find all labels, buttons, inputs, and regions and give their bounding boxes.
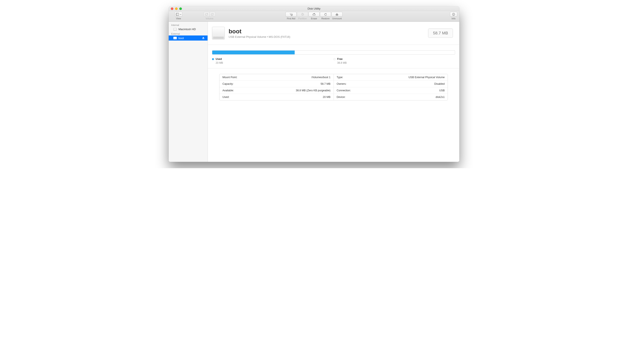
disk-icon <box>173 37 177 39</box>
toolbar: View Volume First Aid <box>169 11 459 22</box>
volume-size-button[interactable]: 58.7 MB <box>428 28 453 38</box>
stethoscope-icon <box>289 13 293 16</box>
titlebar: Disk Utility <box>169 6 459 11</box>
erase-icon <box>312 13 316 16</box>
legend-used-value: 20 MB <box>216 61 333 64</box>
legend-free-label: Free <box>337 58 342 61</box>
erase-label: Erase <box>311 17 317 20</box>
details-left: Mount Point:/Volumes/boot 1 Capacity:58.… <box>220 74 334 100</box>
detail-row-device: Device:disk2s1 <box>334 94 448 100</box>
info-button[interactable] <box>450 12 457 16</box>
toolbar-view-group: View <box>171 12 186 20</box>
sidebar-layout-icon <box>176 13 179 16</box>
usage-section: Used 20 MB Free 38.8 MB <box>208 45 459 68</box>
legend-dot-used <box>212 58 214 60</box>
disk-utility-window: Disk Utility View Volume <box>169 6 459 162</box>
legend-free: Free 38.8 MB <box>333 58 455 64</box>
svg-rect-10 <box>453 14 454 15</box>
view-label: View <box>176 17 181 20</box>
erase-button[interactable] <box>309 12 319 16</box>
usage-legend: Used 20 MB Free 38.8 MB <box>212 58 455 64</box>
details-right: Type:USB External Physical Volume Owners… <box>334 74 448 100</box>
detail-row-connection: Connection:USB <box>334 87 448 94</box>
volume-label: Volume <box>206 17 214 20</box>
sidebar-external-header: External <box>169 32 208 35</box>
toolbar-volume-group: Volume <box>201 12 218 20</box>
sidebar-item-label: Macintosh HD <box>178 28 196 31</box>
partition-button <box>297 12 308 16</box>
disk-icon <box>173 28 177 31</box>
eject-button[interactable] <box>202 36 205 40</box>
legend-free-value: 38.8 MB <box>337 61 455 64</box>
svg-rect-0 <box>176 13 179 15</box>
add-volume-button <box>204 12 210 16</box>
sidebar-item-label: boot <box>178 37 184 40</box>
remove-volume-button <box>210 12 215 16</box>
legend-used-label: Used <box>216 58 222 61</box>
volume-subtitle: USB External Physical Volume • MS-DOS (F… <box>229 35 290 38</box>
restore-label: Restore <box>321 17 330 20</box>
eject-icon <box>202 37 205 39</box>
svg-point-4 <box>292 14 292 15</box>
detail-row-type: Type:USB External Physical Volume <box>334 74 448 81</box>
svg-rect-3 <box>211 13 213 15</box>
chevron-down-icon <box>180 14 181 15</box>
window-title: Disk Utility <box>169 7 459 10</box>
details-table: Mount Point:/Volumes/boot 1 Capacity:58.… <box>219 74 448 100</box>
svg-rect-2 <box>205 13 207 15</box>
legend-used: Used 20 MB <box>212 58 333 64</box>
detail-row-mount-point: Mount Point:/Volumes/boot 1 <box>220 74 333 81</box>
volume-icon <box>212 27 225 40</box>
volume-minus-icon <box>211 13 214 16</box>
volume-name: boot <box>229 28 290 35</box>
first-aid-label: First Aid <box>287 17 295 20</box>
eject-icon <box>335 13 339 16</box>
piechart-icon <box>301 13 304 16</box>
info-icon <box>452 13 455 16</box>
svg-rect-7 <box>336 15 338 15</box>
sidebar: Internal Macintosh HD External boot <box>169 22 208 162</box>
partition-label: Partition <box>298 17 307 20</box>
volume-plus-icon <box>205 13 208 16</box>
restore-button[interactable] <box>320 12 331 16</box>
detail-row-capacity: Capacity:58.7 MB <box>220 81 333 87</box>
usage-bar-used <box>212 51 295 54</box>
volume-header: boot USB External Physical Volume • MS-D… <box>208 22 459 45</box>
toolbar-info-group: Info <box>450 12 457 20</box>
legend-dot-free <box>333 58 335 60</box>
volume-title-block: boot USB External Physical Volume • MS-D… <box>229 28 290 38</box>
view-button[interactable] <box>175 12 182 16</box>
svg-point-9 <box>453 13 454 14</box>
svg-rect-6 <box>313 14 315 15</box>
svg-rect-11 <box>202 38 204 39</box>
detail-row-used: Used:20 MB <box>220 94 333 100</box>
detail-row-owners: Owners:Disabled <box>334 81 448 87</box>
sidebar-item-macintosh-hd[interactable]: Macintosh HD <box>169 27 208 32</box>
main-panel: boot USB External Physical Volume • MS-D… <box>208 22 459 162</box>
sidebar-item-boot[interactable]: boot <box>169 35 208 41</box>
unmount-label: Unmount <box>332 17 342 20</box>
first-aid-button[interactable] <box>286 12 297 16</box>
detail-row-available: Available:38.8 MB (Zero KB purgeable) <box>220 87 333 94</box>
content: Internal Macintosh HD External boot boot <box>169 22 459 162</box>
usage-bar <box>212 50 455 55</box>
unmount-button[interactable] <box>331 12 342 16</box>
info-label: Info <box>452 17 456 20</box>
restore-arrow-icon <box>324 13 327 16</box>
sidebar-internal-header: Internal <box>169 23 208 27</box>
toolbar-actions: First Aid Partition Erase Restore <box>285 12 343 20</box>
